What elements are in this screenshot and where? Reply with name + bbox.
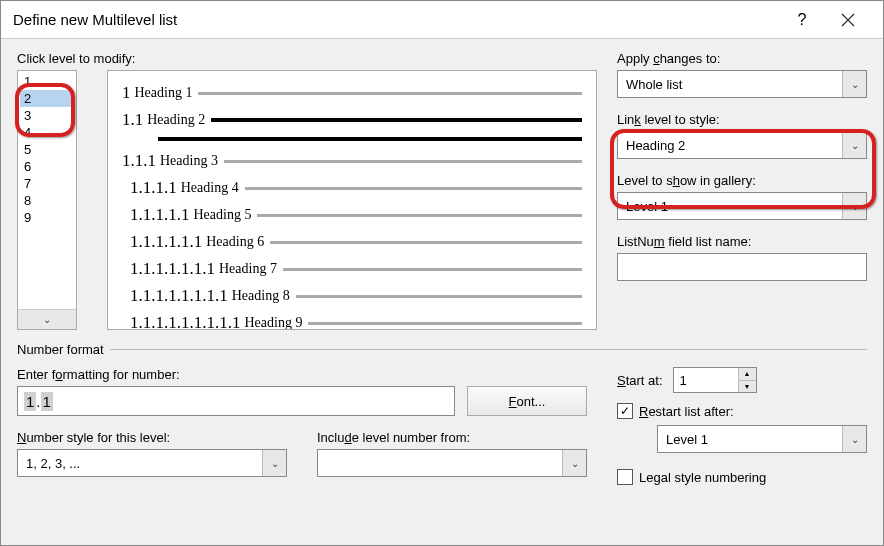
preview-row: 1Heading 1 xyxy=(122,83,582,103)
level-item[interactable]: 3 xyxy=(20,107,74,124)
font-button[interactable]: Font... xyxy=(467,386,587,416)
preview-line xyxy=(270,241,582,244)
enter-formatting-label: Enter formatting for number: xyxy=(17,367,587,382)
scroll-down-icon[interactable]: ⌄ xyxy=(18,309,76,329)
listnum-input[interactable] xyxy=(617,253,867,281)
include-level-label: Include level number from: xyxy=(317,430,587,445)
preview-line xyxy=(257,214,582,217)
preview-number: 1 xyxy=(122,83,131,103)
preview-line xyxy=(245,187,582,190)
close-button[interactable] xyxy=(825,1,871,39)
preview-number: 1.1.1.1.1.1.1 xyxy=(130,259,215,279)
spin-down-icon[interactable]: ▼ xyxy=(739,381,756,393)
preview-heading: Heading 5 xyxy=(194,207,252,223)
number-style-label: Number style for this level: xyxy=(17,430,287,445)
preview-line xyxy=(158,137,582,141)
preview-heading: Heading 3 xyxy=(160,153,218,169)
preview-number: 1.1 xyxy=(122,110,143,130)
preview-heading: Heading 1 xyxy=(135,85,193,101)
preview-heading: Heading 8 xyxy=(232,288,290,304)
help-button[interactable]: ? xyxy=(779,1,825,39)
level-item[interactable]: 2 xyxy=(20,90,74,107)
restart-checkbox[interactable]: ✓ xyxy=(617,403,633,419)
preview-row: 1.1.1.1.1Heading 5 xyxy=(122,205,582,225)
preview-line xyxy=(296,295,582,298)
preview-row: 1.1.1.1.1.1Heading 6 xyxy=(122,232,582,252)
preview-line xyxy=(224,160,582,163)
preview-row: 1.1.1Heading 3 xyxy=(122,151,582,171)
link-level-label: Link level to style: xyxy=(617,112,867,127)
preview-heading: Heading 2 xyxy=(147,112,205,128)
level-item[interactable]: 6 xyxy=(20,158,74,175)
start-at-spinner[interactable]: 1 ▲▼ xyxy=(673,367,757,393)
preview-heading: Heading 9 xyxy=(245,315,303,330)
level-gallery-dropdown[interactable]: Level 1 ⌄ xyxy=(617,192,867,220)
preview-line xyxy=(308,322,582,325)
preview-heading: Heading 4 xyxy=(181,180,239,196)
preview-row: 1.1.1.1.1.1.1Heading 7 xyxy=(122,259,582,279)
preview-number: 1.1.1.1 xyxy=(130,178,177,198)
level-item[interactable]: 5 xyxy=(20,141,74,158)
preview-number: 1.1.1.1.1 xyxy=(130,205,190,225)
chevron-down-icon: ⌄ xyxy=(842,71,866,97)
close-icon xyxy=(841,13,855,27)
chevron-down-icon: ⌄ xyxy=(842,193,866,219)
start-at-label: Start at: xyxy=(617,373,663,388)
spin-up-icon[interactable]: ▲ xyxy=(739,368,756,381)
preview-number: 1.1.1.1.1.1.1.1.1 xyxy=(130,313,241,330)
click-level-label: Click level to modify: xyxy=(17,51,597,66)
level-item[interactable]: 4 xyxy=(20,124,74,141)
include-level-dropdown[interactable]: ⌄ xyxy=(317,449,587,477)
level-listbox[interactable]: 123456789 ⌄ xyxy=(17,70,77,330)
legal-checkbox[interactable] xyxy=(617,469,633,485)
level-item[interactable]: 7 xyxy=(20,175,74,192)
apply-changes-label: Apply changes to: xyxy=(617,51,867,66)
apply-changes-dropdown[interactable]: Whole list ⌄ xyxy=(617,70,867,98)
listnum-label: ListNum field list name: xyxy=(617,234,867,249)
preview-heading: Heading 7 xyxy=(219,261,277,277)
titlebar: Define new Multilevel list ? xyxy=(1,1,883,39)
legal-label: Legal style numbering xyxy=(639,470,766,485)
preview-number: 1.1.1.1.1.1 xyxy=(130,232,202,252)
restart-after-label: Restart list after: xyxy=(639,404,734,419)
preview-line xyxy=(283,268,582,271)
preview-number: 1.1.1.1.1.1.1.1 xyxy=(130,286,228,306)
preview-line xyxy=(211,118,582,122)
preview-row: 1.1Heading 2 xyxy=(122,110,582,130)
level-item[interactable]: 1 xyxy=(20,73,74,90)
preview-line xyxy=(198,92,582,95)
level-item[interactable]: 8 xyxy=(20,192,74,209)
number-format-input[interactable]: 1.1 xyxy=(17,386,455,416)
preview-row: 1.1.1.1.1.1.1.1Heading 8 xyxy=(122,286,582,306)
multilevel-list-dialog: Define new Multilevel list ? Click level… xyxy=(0,0,884,546)
preview-heading: Heading 6 xyxy=(206,234,264,250)
preview-row: 1.1.1.1.1.1.1.1.1Heading 9 xyxy=(122,313,582,330)
level-item[interactable]: 9 xyxy=(20,209,74,226)
chevron-down-icon: ⌄ xyxy=(262,450,286,476)
number-format-group: Number format Enter formatting for numbe… xyxy=(17,342,867,485)
chevron-down-icon: ⌄ xyxy=(842,426,866,452)
number-style-dropdown[interactable]: 1, 2, 3, ... ⌄ xyxy=(17,449,287,477)
chevron-down-icon: ⌄ xyxy=(842,132,866,158)
preview-number: 1.1.1 xyxy=(122,151,156,171)
dialog-title: Define new Multilevel list xyxy=(13,11,779,28)
restart-after-dropdown[interactable]: Level 1 ⌄ xyxy=(657,425,867,453)
list-preview: 1Heading 11.1Heading 21.1.1Heading 31.1.… xyxy=(107,70,597,330)
link-level-dropdown[interactable]: Heading 2 ⌄ xyxy=(617,131,867,159)
level-gallery-label: Level to show in gallery: xyxy=(617,173,867,188)
preview-row: 1.1.1.1Heading 4 xyxy=(122,178,582,198)
number-format-legend: Number format xyxy=(17,342,110,357)
chevron-down-icon: ⌄ xyxy=(562,450,586,476)
